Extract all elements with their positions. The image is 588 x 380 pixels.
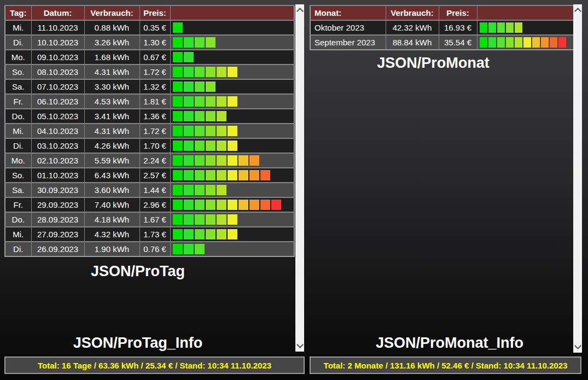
bar-segment <box>184 170 194 180</box>
bar-segment <box>217 214 226 225</box>
verbrauch-cell: 3.41 kWh <box>84 109 139 124</box>
datum-cell: 02.10.2023 <box>31 153 84 168</box>
bar-segment <box>195 229 205 239</box>
usage-bar <box>477 20 574 35</box>
bar-segment <box>558 37 566 48</box>
preis-cell: 2.57 € <box>139 168 170 183</box>
bar-segment <box>195 81 205 92</box>
bar-segment <box>497 37 505 48</box>
preis-cell: 1.36 € <box>139 109 170 124</box>
bar-segment <box>184 141 194 151</box>
left-panel-info-title: JSON/ProTag_Info <box>15 335 261 352</box>
bar-segment <box>173 200 183 210</box>
bar-segment <box>173 229 183 239</box>
bar-segment <box>173 244 183 254</box>
bar-segment <box>173 170 183 180</box>
verbrauch-cell: 42.32 kWh <box>386 20 439 35</box>
datum-cell: 27.09.2023 <box>31 227 84 242</box>
bar-segment <box>228 229 237 239</box>
bar-segment <box>206 155 216 166</box>
bar-segment <box>184 81 194 92</box>
table-row: Do.05.10.20233.41 kWh1.36 € <box>5 109 294 124</box>
datum-cell: 06.10.2023 <box>31 94 84 109</box>
table-row: Mi.11.10.20230.88 kWh0.35 € <box>5 20 294 35</box>
bar-segment <box>184 126 194 136</box>
verbrauch-cell: 3.26 kWh <box>84 35 139 50</box>
scroll-down-icon[interactable] <box>296 341 304 348</box>
tag-cell: Mo. <box>5 153 31 168</box>
bar-segment <box>523 37 531 48</box>
monthly-consumption-table: Monat:Verbrauch:Preis: Oktober 202342.32… <box>310 5 574 50</box>
scroll-down-icon[interactable] <box>574 342 581 349</box>
bar-segment <box>173 37 183 48</box>
table-row: Di.26.09.20231.90 kWh0.76 € <box>5 242 294 256</box>
daily-total-bar: Total: 16 Tage / 63.36 kWh / 25.34 € / S… <box>4 356 305 374</box>
right-scrollbar[interactable] <box>573 4 582 353</box>
table-row: Di.03.10.20234.26 kWh1.70 € <box>5 138 294 153</box>
bar-segment <box>184 185 194 195</box>
bar-segment <box>206 200 216 210</box>
bar-segment <box>195 141 205 151</box>
bar-segment <box>480 37 487 48</box>
monthly-total-bar: Total: 2 Monate / 131.16 kWh / 52.46 € /… <box>310 356 581 374</box>
left-scrollbar[interactable] <box>295 4 304 352</box>
column-header: Datum: <box>31 5 84 20</box>
bar-segment <box>184 155 194 166</box>
column-header: Verbrauch: <box>84 5 139 20</box>
scroll-up-icon[interactable] <box>296 8 304 15</box>
table-row: Mo.02.10.20235.59 kWh2.24 € <box>5 153 294 168</box>
preis-cell: 1.72 € <box>139 124 170 138</box>
bar-segment <box>238 155 248 166</box>
bar-segment <box>184 214 194 225</box>
bar-segment <box>217 185 226 195</box>
bar-segment <box>206 185 216 195</box>
preis-cell: 0.76 € <box>139 242 170 256</box>
bar-segment <box>217 126 226 136</box>
bar-segment <box>173 214 183 225</box>
bar-segment <box>260 200 270 210</box>
verbrauch-cell: 4.32 kWh <box>84 227 139 242</box>
preis-cell: 2.96 € <box>139 197 170 212</box>
table-row: So.08.10.20234.31 kWh1.72 € <box>5 65 294 79</box>
preis-cell: 1.44 € <box>139 183 170 197</box>
usage-bar <box>170 124 294 138</box>
scroll-up-icon[interactable] <box>574 8 581 15</box>
bar-segment <box>195 214 205 225</box>
usage-bar <box>170 168 294 183</box>
datum-cell: 03.10.2023 <box>31 138 84 153</box>
datum-cell: 11.10.2023 <box>31 20 84 35</box>
bar-segment <box>228 141 237 151</box>
bar-segment <box>206 67 216 77</box>
column-header: Verbrauch: <box>386 5 439 20</box>
bar-segment <box>195 96 205 107</box>
bar-segment <box>228 170 237 180</box>
bar-segment <box>173 67 183 77</box>
verbrauch-cell: 4.26 kWh <box>84 138 139 153</box>
verbrauch-cell: 3.60 kWh <box>84 183 139 197</box>
table-row: Do.28.09.20234.18 kWh1.67 € <box>5 212 294 227</box>
bar-segment <box>228 67 237 77</box>
tag-cell: Do. <box>5 109 31 124</box>
bar-segment <box>206 126 216 136</box>
tag-cell: Di. <box>5 138 31 153</box>
bar-segment <box>228 200 237 210</box>
bar-segment <box>184 111 194 121</box>
table-row: September 202388.84 kWh35.54 € <box>310 35 574 50</box>
bar-segment <box>515 22 522 33</box>
bar-segment <box>238 200 248 210</box>
column-header: Preis: <box>139 5 170 20</box>
bar-segment <box>497 22 505 33</box>
verbrauch-cell: 88.84 kWh <box>386 35 439 50</box>
datum-cell: 05.10.2023 <box>31 109 84 124</box>
bar-segment <box>228 155 237 166</box>
bar-segment <box>260 170 270 180</box>
verbrauch-cell: 0.88 kWh <box>84 20 139 35</box>
bar-segment <box>206 214 216 225</box>
bar-segment <box>249 170 259 180</box>
column-header: Monat: <box>310 5 386 20</box>
usage-bar <box>170 242 294 256</box>
bar-segment <box>184 67 194 77</box>
column-header: Tag: <box>5 5 31 20</box>
tag-cell: Mo. <box>5 50 31 65</box>
bar-segment <box>249 200 259 210</box>
